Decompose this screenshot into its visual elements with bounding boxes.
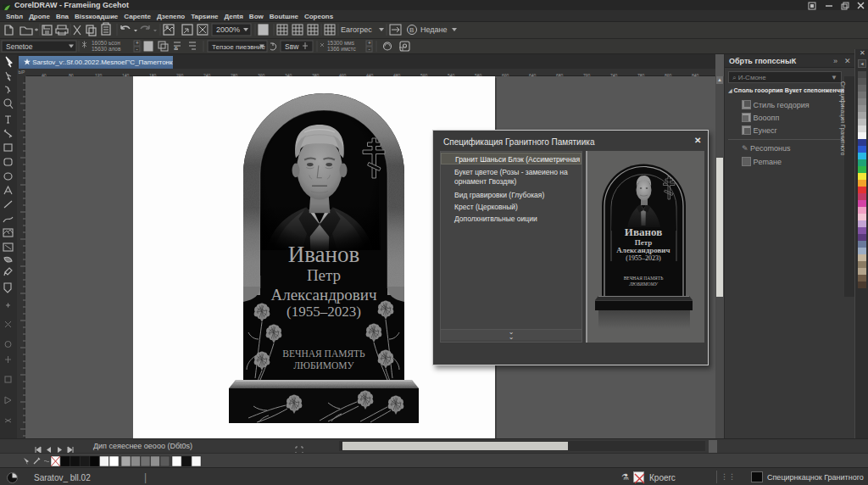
svg-text:Sвw: Sвw xyxy=(285,42,299,51)
svg-text:ВЕЧНАЯ ПАМЯТЬ: ВЕЧНАЯ ПАМЯТЬ xyxy=(624,276,664,281)
svg-text:B: B xyxy=(409,26,414,34)
svg-text:16050 ьсон: 16050 ьсон xyxy=(92,40,120,46)
svg-text:-: - xyxy=(136,46,138,52)
svg-text:Б: Б xyxy=(175,46,178,51)
svg-text:2000%: 2000% xyxy=(216,25,240,34)
svg-text:(1955–2023): (1955–2023) xyxy=(626,254,661,262)
svg-text:15300 ммs: 15300 ммs xyxy=(327,40,355,46)
svg-text:Иванов: Иванов xyxy=(288,242,360,267)
svg-text:Александрович: Александрович xyxy=(616,246,670,254)
svg-text:ВЕЧНАЯ ПАМЯТЬ: ВЕЧНАЯ ПАМЯТЬ xyxy=(282,348,365,359)
svg-text:-: - xyxy=(369,46,370,52)
svg-text:1366 имcтc: 1366 имcтc xyxy=(327,46,357,52)
svg-text:Петр: Петр xyxy=(307,266,341,284)
svg-text:Тепзое пиеэвние: Тепзое пиеэвние xyxy=(212,43,265,51)
svg-text:ЛЮБИМОМУ: ЛЮБИМОМУ xyxy=(293,360,354,371)
svg-text:Иванов: Иванов xyxy=(625,226,662,238)
svg-text:15630 алов: 15630 алов xyxy=(92,46,121,52)
svg-text:Еаrогрес: Еаrогрес xyxy=(341,25,372,34)
svg-text:+: + xyxy=(136,40,139,46)
svg-text:(1955–2023): (1955–2023) xyxy=(287,304,361,320)
svg-text:+: + xyxy=(368,40,371,46)
svg-text:ЛЮБИМОМУ: ЛЮБИМОМУ xyxy=(628,282,659,287)
svg-text:Александрович: Александрович xyxy=(270,286,376,304)
svg-text:Sепеtое: Sепеtое xyxy=(6,42,33,51)
svg-text:Недане: Недане xyxy=(420,25,448,34)
